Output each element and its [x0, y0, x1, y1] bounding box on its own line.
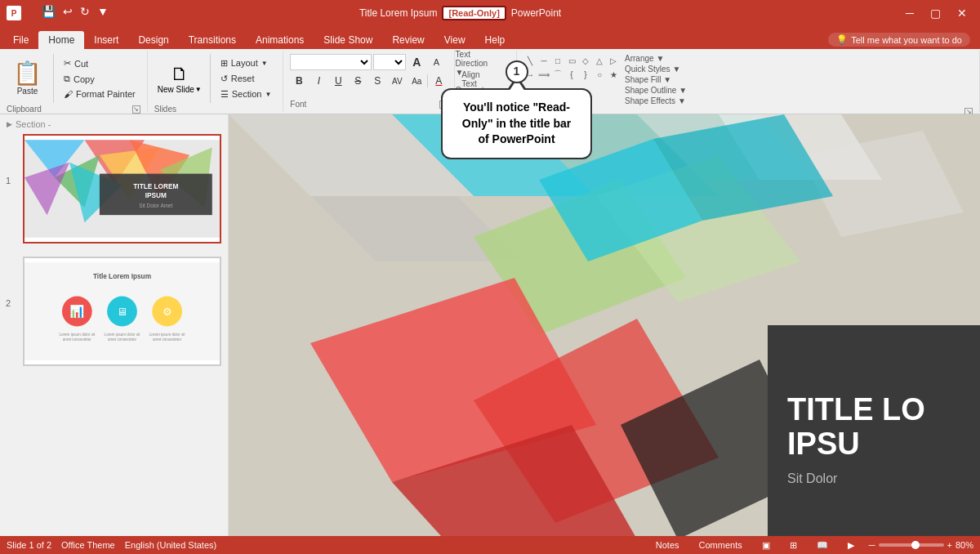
shape-rect[interactable]: □ [551, 54, 564, 67]
slide-2-thumbnail[interactable]: Title Lorem Ipsum 📊 🖥 ⚙ Lorem ipsum dolo… [23, 257, 221, 366]
paste-button[interactable]: 📋 Paste [7, 55, 48, 102]
copy-button[interactable]: ⧉ Copy [59, 72, 140, 86]
language-indicator: English (United States) [125, 540, 217, 550]
shape-tri[interactable]: △ [593, 54, 606, 67]
new-slide-button[interactable]: New Slide ▼ [158, 85, 202, 94]
clipboard-label: Clipboard ↘ [7, 103, 140, 114]
arrange-btn[interactable]: Arrange ▼ [625, 54, 687, 63]
drawing-commands: Arrange ▼ Quick Styles ▼ Shape Fill ▼ Sh… [625, 54, 687, 105]
svg-text:amet consectetur: amet consectetur [63, 337, 92, 342]
shape-effects-btn[interactable]: Shape Effects ▼ [625, 96, 687, 105]
layout-icon: ⊞ [220, 58, 228, 69]
tab-review[interactable]: Review [382, 31, 434, 49]
main-canvas: TITLE LO IPSU Sit Dolor [229, 114, 980, 554]
shape-brace2[interactable]: } [579, 68, 592, 81]
slide-2-thumb-col: Title Lorem Ipsum 📊 🖥 ⚙ Lorem ipsum dolo… [16, 253, 228, 369]
font-content: A A B I U S S AV Aa A [290, 54, 448, 98]
bold-btn[interactable]: B [290, 73, 308, 89]
shape-circle[interactable]: ○ [593, 68, 606, 81]
font-family-select[interactable] [290, 54, 372, 70]
reading-view-btn[interactable]: 📖 [812, 538, 833, 552]
shape-curve[interactable]: ⌒ [551, 68, 564, 81]
minimize-btn[interactable]: ─ [899, 5, 920, 21]
tell-me-input[interactable]: 💡 Tell me what you want to do [828, 33, 970, 47]
shape-outline-btn[interactable]: Shape Outline ▼ [625, 86, 687, 95]
redo-btn[interactable]: ↻ [78, 3, 92, 20]
tab-design[interactable]: Design [128, 31, 178, 49]
shape-arrow2[interactable]: ⟹ [537, 68, 550, 81]
decrease-font-btn[interactable]: A [427, 54, 445, 70]
slides-content: 🗋 New Slide ▼ ⊞ Layout ▼ ↺ [154, 54, 277, 103]
clipboard-expand[interactable]: ↘ [132, 105, 140, 114]
quick-styles-btn[interactable]: Quick Styles ▼ [625, 65, 687, 74]
font-color-btn[interactable]: A [430, 73, 448, 89]
new-slide-container: 🗋 New Slide ▼ [154, 55, 205, 102]
tab-file[interactable]: File [3, 31, 38, 49]
font-format-row: B I U S S AV Aa A [290, 73, 448, 89]
font-size-select[interactable] [373, 54, 406, 70]
layout-button[interactable]: ⊞ Layout ▼ [216, 56, 277, 70]
slideshow-btn[interactable]: ▶ [843, 538, 859, 552]
svg-text:Lorem ipsum dolor sit: Lorem ipsum dolor sit [149, 333, 185, 337]
svg-text:Title Lorem Ipsum: Title Lorem Ipsum [93, 273, 151, 280]
slide-1-preview: TITLE LOREM IPSUM Sit Dolor Amet [24, 136, 220, 242]
format-painter-button[interactable]: 🖌 Format Painter [59, 87, 140, 101]
case-btn[interactable]: Aa [408, 73, 425, 89]
normal-view-btn[interactable]: ▣ [757, 538, 775, 552]
font-label: Font ↘ [290, 98, 448, 109]
comments-btn[interactable]: Comments [694, 538, 747, 552]
undo-btn[interactable]: ↩ [60, 3, 75, 20]
theme-name: Office Theme [61, 540, 115, 550]
new-slide-icon-area[interactable]: 🗋 [171, 64, 189, 85]
notes-btn[interactable]: Notes [651, 538, 684, 552]
callout-annotation: 1 You'll notice "Read-Only" in the title… [441, 88, 592, 159]
italic-btn[interactable]: I [310, 73, 327, 89]
shadow-btn[interactable]: S [368, 73, 386, 89]
tab-view[interactable]: View [434, 31, 475, 49]
tab-home[interactable]: Home [38, 31, 84, 49]
maximize-btn[interactable]: ▢ [924, 5, 947, 21]
shape-fill-btn[interactable]: Shape Fill ▼ [625, 75, 687, 84]
save-btn[interactable]: 💾 [39, 3, 58, 20]
zoom-slider[interactable] [879, 543, 944, 547]
section-button[interactable]: ☰ Section ▼ [216, 87, 277, 101]
title-bar: P 💾 ↩ ↻ ▼ Title Lorem Ipsum [Read-Only] … [0, 0, 980, 26]
tell-me-label: Tell me what you want to do [851, 35, 962, 45]
tab-animations[interactable]: Animations [246, 31, 314, 49]
tab-help[interactable]: Help [475, 31, 515, 49]
zoom-out-btn[interactable]: ─ [869, 540, 875, 550]
slide-1-thumbnail[interactable]: TITLE LOREM IPSUM Sit Dolor Amet [23, 134, 221, 243]
strikethrough-btn[interactable]: S [349, 73, 367, 89]
customize-qat-btn[interactable]: ▼ [95, 3, 111, 20]
underline-btn[interactable]: U [329, 73, 347, 89]
reset-icon: ↺ [220, 74, 228, 84]
cut-button[interactable]: ✂ Cut [59, 56, 140, 70]
zoom-level: 80% [956, 540, 973, 550]
slide-2-preview: Title Lorem Ipsum 📊 🖥 ⚙ Lorem ipsum dolo… [24, 258, 220, 364]
char-spacing-btn[interactable]: AV [388, 73, 406, 89]
copy-icon: ⧉ [64, 74, 70, 84]
shape-line2[interactable]: ─ [537, 54, 550, 67]
callout-text: You'll notice "Read-Only" in the title b… [462, 101, 571, 145]
shape-rect2[interactable]: ▭ [565, 54, 578, 67]
svg-text:amet consectetur: amet consectetur [153, 337, 182, 342]
increase-font-btn[interactable]: A [408, 54, 425, 70]
tab-insert[interactable]: Insert [84, 31, 128, 49]
shape-star[interactable]: ★ [607, 68, 620, 81]
tab-transitions[interactable]: Transitions [179, 31, 246, 49]
tab-slideshow[interactable]: Slide Show [314, 31, 382, 49]
app-icon: P [7, 6, 21, 20]
shape-tri2[interactable]: ▷ [607, 54, 620, 67]
shape-brace[interactable]: { [565, 68, 578, 81]
slidesorter-btn[interactable]: ⊞ [785, 538, 802, 552]
close-btn[interactable]: ✕ [951, 5, 973, 21]
shape-diamond[interactable]: ◇ [579, 54, 592, 67]
lightbulb-icon: 💡 [836, 34, 848, 45]
slides-group: 🗋 New Slide ▼ ⊞ Layout ▼ ↺ [148, 51, 284, 112]
new-slide-arrow: ▼ [195, 86, 202, 93]
svg-text:Lorem ipsum dolor sit: Lorem ipsum dolor sit [105, 333, 140, 337]
slide-panel: ▶ Section - 1 [0, 114, 229, 554]
reset-button[interactable]: ↺ Reset [216, 72, 277, 86]
zoom-in-btn[interactable]: + [947, 540, 952, 550]
svg-text:📊: 📊 [69, 304, 85, 319]
